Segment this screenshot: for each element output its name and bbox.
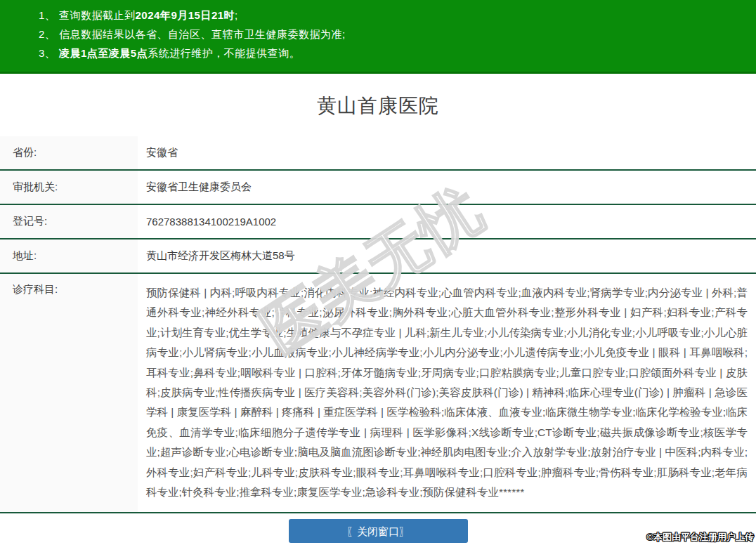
notice-line-1: 1、 查询数据截止到2024年9月15日21时; — [0, 6, 756, 25]
medical-subjects-value: 预防保健科 | 内科;呼吸内科专业;消化内科专业;神经内科专业;心血管内科专业;… — [138, 273, 756, 513]
province-value: 安徽省 — [138, 136, 756, 170]
notice-3-suffix: 系统进行维护，不能提供查询。 — [148, 47, 300, 59]
notice-2-text: 信息数据结果以各省、自治区、直辖市卫生健康委数据为准; — [59, 28, 346, 40]
notice-1-text: 查询数据截止到 — [59, 9, 136, 21]
button-bar: 〖关闭窗口〗 — [0, 513, 756, 543]
medical-subjects-label: 诊疗科目: — [0, 273, 138, 513]
table-row-approval-authority: 审批机关: 安徽省卫生健康委员会 — [0, 170, 756, 204]
close-window-button[interactable]: 〖关闭窗口〗 — [289, 519, 468, 543]
notice-1-bold: 2024年9月15日21时 — [136, 9, 235, 21]
table-row-registration-number: 登记号: 76278388134100219A1002 — [0, 204, 756, 239]
table-row-province: 省份: 安徽省 — [0, 136, 756, 170]
registration-number-value: 76278388134100219A1002 — [138, 204, 756, 239]
notice-line-3: 3、 凌晨1点至凌晨5点系统进行维护，不能提供查询。 — [0, 44, 756, 63]
notice-banner: 1、 查询数据截止到2024年9月15日21时; 2、 信息数据结果以各省、自治… — [0, 0, 756, 74]
approval-authority-value: 安徽省卫生健康委员会 — [138, 170, 756, 204]
notice-2-prefix: 2、 — [39, 28, 59, 40]
table-row-address: 地址: 黄山市经济开发区梅林大道58号 — [0, 239, 756, 273]
address-label: 地址: — [0, 239, 138, 273]
hospital-title: 黄山首康医院 — [0, 74, 756, 136]
approval-authority-label: 审批机关: — [0, 170, 138, 204]
notice-3-prefix: 3、 — [39, 47, 59, 59]
notice-1-prefix: 1、 — [39, 9, 59, 21]
notice-line-2: 2、 信息数据结果以各省、自治区、直辖市卫生健康委数据为准; — [0, 25, 756, 44]
registration-number-label: 登记号: — [0, 204, 138, 239]
notice-1-suffix: ; — [235, 9, 238, 21]
table-row-medical-subjects: 诊疗科目: 预防保健科 | 内科;呼吸内科专业;消化内科专业;神经内科专业;心血… — [0, 273, 756, 513]
notice-3-bold: 凌晨1点至凌晨5点 — [59, 47, 148, 59]
footer-attribution: ©本图由平台注册用户上传 — [646, 531, 754, 544]
address-value: 黄山市经济开发区梅林大道58号 — [138, 239, 756, 273]
hospital-info-table: 省份: 安徽省 审批机关: 安徽省卫生健康委员会 登记号: 7627838813… — [0, 136, 756, 513]
province-label: 省份: — [0, 136, 138, 170]
